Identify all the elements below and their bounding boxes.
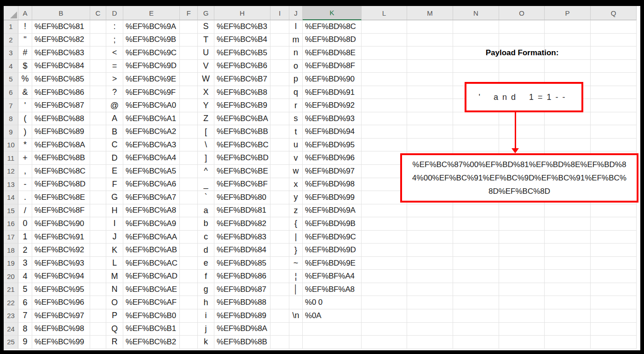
cell-I10[interactable] [270, 139, 289, 152]
cell-F8[interactable] [180, 112, 198, 126]
cell-G2[interactable]: T [198, 34, 214, 47]
cell-M20[interactable] [407, 270, 453, 283]
cell-P21[interactable] [545, 283, 591, 296]
cell-L6[interactable] [362, 86, 407, 99]
cell-C2[interactable] [90, 34, 106, 47]
cell-E4[interactable]: %EF%BC%9D [123, 60, 180, 73]
cell-K25[interactable] [303, 336, 362, 349]
cell-D21[interactable]: N [106, 283, 123, 296]
cell-C1[interactable] [90, 20, 106, 34]
cell-A20[interactable]: 4 [18, 270, 32, 283]
cell-A10[interactable]: * [18, 139, 32, 152]
cell-M6[interactable] [407, 86, 453, 99]
cell-H24[interactable]: %EF%BD%8A [214, 323, 270, 336]
cell-A13[interactable]: - [18, 178, 32, 192]
row-header-18[interactable]: 18 [4, 244, 18, 257]
cell-H22[interactable]: %EF%BD%88 [214, 296, 270, 309]
row-header-10[interactable]: 10 [4, 139, 18, 152]
row-header-2[interactable]: 2 [4, 34, 18, 47]
cell-Q21[interactable] [591, 283, 637, 296]
cell-D15[interactable]: H [106, 204, 123, 218]
cell-L17[interactable] [362, 231, 407, 244]
cell-Q17[interactable] [591, 231, 637, 244]
cell-I20[interactable] [270, 270, 289, 283]
cell-M25[interactable] [407, 336, 453, 349]
cell-J12[interactable]: w [289, 165, 303, 178]
cell-O20[interactable] [499, 270, 545, 283]
cell-E23[interactable]: %EF%BC%B0 [123, 309, 180, 323]
row-header-12[interactable]: 12 [4, 165, 18, 178]
cell-I13[interactable] [270, 178, 289, 192]
cell-B2[interactable]: %EF%BC%82 [32, 34, 90, 47]
row-header-4[interactable]: 4 [4, 60, 18, 73]
cell-C10[interactable] [90, 139, 106, 152]
cell-E19[interactable]: %EF%BC%AC [123, 257, 180, 270]
cell-H11[interactable]: %EF%BC%BD [214, 151, 270, 165]
cell-B9[interactable]: %EF%BC%89 [32, 125, 90, 139]
cell-C5[interactable] [90, 73, 106, 86]
cell-F20[interactable] [180, 270, 198, 283]
cell-E1[interactable]: %EF%BC%9A [123, 20, 180, 34]
cell-J23[interactable]: \n [289, 309, 303, 323]
cell-A4[interactable]: $ [18, 60, 32, 73]
cell-F11[interactable] [180, 151, 198, 165]
cell-Q19[interactable] [591, 257, 637, 270]
cell-G9[interactable]: [ [198, 125, 214, 139]
cell-P24[interactable] [545, 323, 591, 336]
cell-D11[interactable]: D [106, 151, 123, 165]
cell-N18[interactable] [453, 244, 499, 257]
column-header-O[interactable]: O [499, 6, 545, 20]
cell-K11[interactable]: %EF%BD%96 [303, 151, 362, 165]
cell-B6[interactable]: %EF%BC%86 [32, 86, 90, 99]
cell-K2[interactable]: %EF%BD%8D [303, 34, 362, 47]
cell-L19[interactable] [362, 257, 407, 270]
cell-D14[interactable]: G [106, 191, 123, 204]
cell-A25[interactable]: 9 [18, 336, 32, 349]
cell-P9[interactable] [545, 125, 591, 139]
cell-D19[interactable]: L [106, 257, 123, 270]
cell-Q8[interactable] [591, 112, 637, 126]
payload-input-box[interactable]: ' and 1=1-- [465, 82, 583, 112]
cell-H20[interactable]: %EF%BD%86 [214, 270, 270, 283]
row-header-16[interactable]: 16 [4, 217, 18, 231]
cell-I11[interactable] [270, 151, 289, 165]
cell-F25[interactable] [180, 336, 198, 349]
cell-O15[interactable] [499, 204, 545, 218]
cell-J19[interactable]: ~ [289, 257, 303, 270]
cell-H15[interactable]: %EF%BD%81 [214, 204, 270, 218]
cell-C9[interactable] [90, 125, 106, 139]
cell-M18[interactable] [407, 244, 453, 257]
column-header-N[interactable]: N [453, 6, 499, 20]
cell-E20[interactable]: %EF%BC%AD [123, 270, 180, 283]
cell-F22[interactable] [180, 296, 198, 309]
row-header-14[interactable]: 14 [4, 191, 18, 204]
cell-J8[interactable]: s [289, 112, 303, 126]
select-all-corner[interactable] [4, 6, 18, 20]
cell-P10[interactable] [545, 139, 591, 152]
cell-B13[interactable]: %EF%BC%8D [32, 178, 90, 192]
cell-A5[interactable]: % [18, 73, 32, 86]
cell-Q9[interactable] [591, 125, 637, 139]
cell-F7[interactable] [180, 99, 198, 112]
cell-O19[interactable] [499, 257, 545, 270]
cell-G19[interactable]: e [198, 257, 214, 270]
cell-A23[interactable]: 7 [18, 309, 32, 323]
cell-F21[interactable] [180, 283, 198, 296]
cell-C22[interactable] [90, 296, 106, 309]
cell-I8[interactable] [270, 112, 289, 126]
cell-G8[interactable]: Z [198, 112, 214, 126]
cell-D4[interactable]: = [106, 60, 123, 73]
cell-D1[interactable]: : [106, 20, 123, 34]
cell-I3[interactable] [270, 46, 289, 60]
cell-K15[interactable]: %EF%BD%9A [303, 204, 362, 218]
cell-I21[interactable] [270, 283, 289, 296]
cell-D9[interactable]: B [106, 125, 123, 139]
cell-J11[interactable]: v [289, 151, 303, 165]
cell-D25[interactable]: R [106, 336, 123, 349]
cell-J10[interactable]: u [289, 139, 303, 152]
column-header-G[interactable]: G [198, 6, 214, 20]
cell-H5[interactable]: %EF%BC%B7 [214, 73, 270, 86]
cell-K18[interactable]: %EF%BD%9D [303, 244, 362, 257]
cell-N10[interactable] [453, 139, 499, 152]
cell-G16[interactable]: b [198, 217, 214, 231]
